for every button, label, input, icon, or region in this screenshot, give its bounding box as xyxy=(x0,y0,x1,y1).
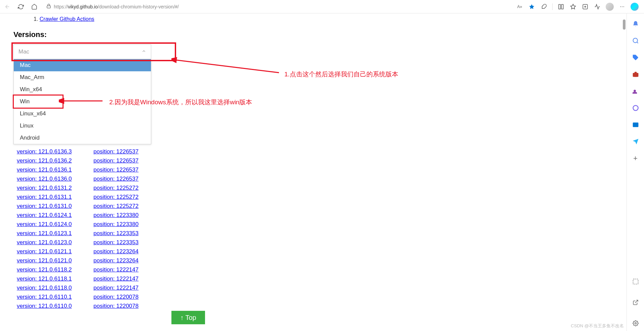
version-row: version: 121.0.6118.0position: 1222147 xyxy=(17,283,613,292)
svg-point-6 xyxy=(633,106,638,111)
position-link[interactable]: position: 1226537 xyxy=(93,165,138,174)
position-link[interactable]: position: 1220078 xyxy=(93,301,138,310)
position-link[interactable]: position: 1222147 xyxy=(93,283,138,292)
dropdown-option-android[interactable]: Android xyxy=(14,132,151,144)
partial-source-line: 1. Crawler Github Actions xyxy=(13,13,613,30)
watermark: CSDN @不当王多鱼不改名 xyxy=(571,323,624,329)
favorite-star-icon[interactable] xyxy=(528,3,535,10)
svg-rect-2 xyxy=(562,4,563,9)
svg-point-4 xyxy=(633,38,637,43)
version-row: version: 121.0.6136.3position: 1226537 xyxy=(17,147,613,156)
version-row: version: 121.0.6110.1position: 1220078 xyxy=(17,292,613,301)
version-row: version: 121.0.6118.1position: 1222147 xyxy=(17,274,613,283)
crawler-actions-link[interactable]: Crawler Github Actions xyxy=(40,16,94,22)
position-link[interactable]: position: 1223380 xyxy=(93,211,138,220)
split-screen-icon[interactable] xyxy=(557,3,565,10)
version-row: version: 121.0.6121.0position: 1223264 xyxy=(17,256,613,265)
position-link[interactable]: position: 1225272 xyxy=(93,183,138,192)
position-link[interactable]: position: 1220078 xyxy=(93,292,138,301)
toolbar-right: A» ⋯ xyxy=(516,3,641,11)
version-link[interactable]: version: 121.0.6121.0 xyxy=(17,256,80,265)
version-row: version: 121.0.6131.0position: 1225272 xyxy=(17,201,613,211)
position-link[interactable]: position: 1223353 xyxy=(93,229,138,238)
dropdown-option-linux[interactable]: Linux xyxy=(14,120,151,132)
performance-icon[interactable] xyxy=(594,3,601,10)
version-link[interactable]: version: 121.0.6121.1 xyxy=(17,247,80,256)
settings-icon[interactable] xyxy=(632,320,639,327)
browser-toolbar: https://vikyd.github.io/download-chromiu… xyxy=(0,0,644,13)
version-link[interactable]: version: 121.0.6136.2 xyxy=(17,156,80,165)
dropdown-option-linux_x64[interactable]: Linux_x64 xyxy=(14,108,151,120)
screenshot-icon[interactable] xyxy=(632,278,639,285)
tag-icon[interactable] xyxy=(632,54,639,61)
copilot-icon[interactable] xyxy=(631,3,639,11)
version-row: version: 121.0.6136.2position: 1226537 xyxy=(17,156,613,165)
position-link[interactable]: position: 1226537 xyxy=(93,147,138,156)
bell-icon[interactable] xyxy=(632,20,639,28)
position-link[interactable]: position: 1225272 xyxy=(93,192,138,201)
position-link[interactable]: position: 1226537 xyxy=(93,174,138,183)
version-link[interactable]: version: 121.0.6131.1 xyxy=(17,192,80,201)
position-link[interactable]: position: 1223264 xyxy=(93,247,138,256)
version-link[interactable]: version: 121.0.6136.1 xyxy=(17,165,80,174)
annotation-1-text: 1.点击这个然后选择我们自己的系统版本 xyxy=(284,70,398,79)
people-icon[interactable] xyxy=(632,87,639,95)
version-link[interactable]: version: 121.0.6124.0 xyxy=(17,220,80,229)
svg-point-9 xyxy=(635,323,636,324)
briefcase-icon[interactable] xyxy=(632,71,639,78)
position-link[interactable]: position: 1223380 xyxy=(93,220,138,229)
external-icon[interactable] xyxy=(632,299,639,306)
version-row: version: 121.0.6136.1position: 1226537 xyxy=(17,165,613,174)
profile-avatar[interactable] xyxy=(606,3,614,11)
dropdown-option-mac_arm[interactable]: Mac_Arm xyxy=(14,71,151,83)
version-row: version: 121.0.6121.1position: 1223264 xyxy=(17,247,613,256)
version-link[interactable]: version: 121.0.6131.2 xyxy=(17,183,80,192)
position-link[interactable]: position: 1223264 xyxy=(93,256,138,265)
version-link[interactable]: version: 121.0.6110.1 xyxy=(17,292,80,301)
version-list: version: 121.0.6136.3position: 1226537ve… xyxy=(17,147,613,310)
address-bar[interactable]: https://vikyd.github.io/download-chromiu… xyxy=(46,4,512,9)
version-link[interactable]: version: 121.0.6118.1 xyxy=(17,274,80,283)
version-link[interactable]: version: 121.0.6124.1 xyxy=(17,211,80,220)
outlook-icon[interactable] xyxy=(632,121,639,128)
version-link[interactable]: version: 121.0.6131.0 xyxy=(17,201,80,211)
annotation-box-2 xyxy=(13,95,64,109)
plus-icon[interactable]: + xyxy=(632,155,639,162)
extensions-icon[interactable] xyxy=(540,3,548,10)
version-link[interactable]: version: 121.0.6123.0 xyxy=(17,238,80,247)
version-row: version: 121.0.6110.0position: 1220078 xyxy=(17,301,613,310)
version-link[interactable]: version: 121.0.6118.2 xyxy=(17,265,80,274)
read-aloud-icon[interactable]: A» xyxy=(516,3,523,10)
position-link[interactable]: position: 1226537 xyxy=(93,156,138,165)
version-link[interactable]: version: 121.0.6110.0 xyxy=(17,301,80,310)
dropdown-input[interactable]: Mac xyxy=(13,44,151,59)
version-link[interactable]: version: 121.0.6136.0 xyxy=(17,174,80,183)
version-link[interactable]: version: 121.0.6118.0 xyxy=(17,283,80,292)
annotation-2-text: 2.因为我是Windows系统，所以我这里选择win版本 xyxy=(109,98,252,107)
version-row: version: 121.0.6118.2position: 1222147 xyxy=(17,265,613,274)
collections-icon[interactable] xyxy=(581,3,589,10)
version-link[interactable]: version: 121.0.6136.3 xyxy=(17,147,80,156)
refresh-button[interactable] xyxy=(16,2,26,11)
search-icon[interactable] xyxy=(632,37,639,44)
send-icon[interactable] xyxy=(632,138,639,145)
dropdown-option-win_x64[interactable]: Win_x64 xyxy=(14,83,151,96)
more-icon[interactable]: ⋯ xyxy=(618,3,626,10)
position-link[interactable]: position: 1222147 xyxy=(93,265,138,274)
back-to-top-button[interactable]: ↑ Top xyxy=(171,311,205,324)
position-link[interactable]: position: 1223353 xyxy=(93,238,138,247)
divider xyxy=(552,3,553,10)
circle-icon[interactable] xyxy=(632,104,639,112)
svg-rect-0 xyxy=(47,6,51,8)
back-button[interactable] xyxy=(3,2,12,11)
home-button[interactable] xyxy=(30,2,39,11)
os-dropdown[interactable]: Mac MacMac_ArmWin_x64WinLinux_x64LinuxAn… xyxy=(13,44,151,144)
version-row: version: 121.0.6123.0position: 1223353 xyxy=(17,238,613,247)
favorites-icon[interactable] xyxy=(569,3,577,10)
position-link[interactable]: position: 1225272 xyxy=(93,201,138,211)
dropdown-option-mac[interactable]: Mac xyxy=(14,59,151,71)
version-link[interactable]: version: 121.0.6123.1 xyxy=(17,229,80,238)
version-row: version: 121.0.6136.0position: 1226537 xyxy=(17,174,613,183)
position-link[interactable]: position: 1222147 xyxy=(93,274,138,283)
version-row: version: 121.0.6124.0position: 1223380 xyxy=(17,220,613,229)
